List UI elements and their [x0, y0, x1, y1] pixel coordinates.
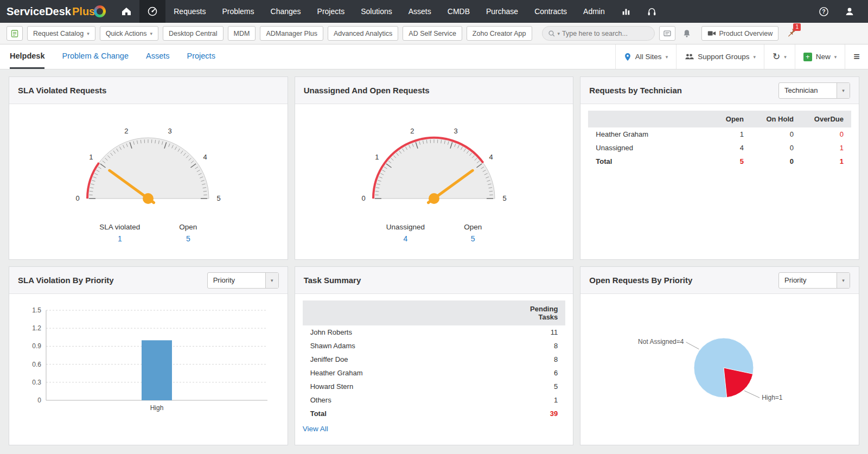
- global-search[interactable]: ▾: [542, 26, 655, 41]
- metric-value-link[interactable]: 1: [99, 234, 140, 243]
- new-button[interactable]: + New ▾: [795, 44, 845, 69]
- onhold-column-header: On Hold: [751, 111, 801, 127]
- pin-badge: 1: [793, 23, 801, 31]
- notifications-bell-icon[interactable]: [682, 29, 692, 39]
- pinned-announcements-icon[interactable]: 1: [786, 28, 796, 40]
- support-groups-dropdown[interactable]: Support Groups ▾: [676, 44, 764, 69]
- svg-text:High: High: [150, 404, 164, 412]
- recent-items-icon[interactable]: [659, 26, 675, 41]
- panel-unassigned-open-requests: Unassigned And Open Requests 012345 Unas…: [295, 76, 574, 260]
- svg-text:0: 0: [361, 194, 365, 202]
- all-sites-label: All Sites: [635, 53, 662, 61]
- open-requests-pie-chart: Not Assigned=4High=1: [587, 302, 853, 437]
- pending-count: 11: [506, 325, 565, 339]
- svg-text:Not Assigned=4: Not Assigned=4: [638, 338, 684, 346]
- unassigned-open-gauge-chart: 012345: [336, 112, 532, 212]
- priority-filter-select[interactable]: Priority ▾: [778, 272, 850, 289]
- metric-open: Open 5: [179, 223, 197, 243]
- dashboard-icon[interactable]: [139, 0, 165, 23]
- plus-icon: +: [803, 53, 812, 61]
- onhold-count: 0: [751, 141, 801, 155]
- zoho-creator-app-button[interactable]: Zoho Creator App: [467, 26, 532, 41]
- technician-name: Heather Graham: [588, 127, 701, 141]
- ad-self-service-button[interactable]: AD Self Service: [403, 26, 462, 41]
- nav-item-solutions[interactable]: Solutions: [353, 0, 400, 23]
- nav-item-admin[interactable]: Admin: [575, 0, 613, 23]
- table-row: Others 1: [303, 393, 566, 407]
- svg-text:0.6: 0.6: [33, 361, 42, 368]
- all-sites-dropdown[interactable]: All Sites ▾: [615, 44, 676, 69]
- location-pin-icon: [624, 53, 631, 61]
- tab-helpdesk[interactable]: Helpdesk: [10, 44, 44, 69]
- headset-icon[interactable]: [639, 0, 665, 23]
- tab-assets[interactable]: Assets: [146, 44, 170, 69]
- pending-count: 5: [506, 380, 565, 393]
- logo-swoosh-icon: [94, 5, 106, 17]
- user-account-icon[interactable]: [837, 0, 863, 23]
- support-groups-icon: [685, 53, 694, 61]
- desktop-central-button[interactable]: Desktop Central: [163, 26, 224, 41]
- secondary-toolbar: Request Catalog ▾ Quick Actions ▾ Deskto…: [0, 23, 868, 44]
- request-catalog-dropdown[interactable]: Request Catalog ▾: [27, 26, 95, 41]
- tab-projects[interactable]: Projects: [187, 44, 215, 69]
- technician-column-header: [588, 111, 701, 127]
- svg-text:?: ?: [822, 9, 825, 15]
- chevron-down-icon: ▾: [837, 83, 850, 98]
- table-header-row: Pending Tasks: [303, 300, 566, 325]
- product-overview-button[interactable]: Product Overview: [701, 26, 779, 41]
- nav-item-projects[interactable]: Projects: [309, 0, 353, 23]
- dashboard-menu-button[interactable]: ≡: [845, 44, 868, 69]
- search-input[interactable]: [562, 30, 638, 37]
- support-groups-label: Support Groups: [698, 53, 749, 61]
- view-all-link[interactable]: View All: [303, 425, 328, 433]
- technician-filter-select[interactable]: Technician ▾: [778, 82, 850, 99]
- refresh-dropdown[interactable]: ↻ ▾: [764, 44, 795, 69]
- quick-actions-dropdown[interactable]: Quick Actions ▾: [100, 26, 158, 41]
- search-icon: [548, 30, 556, 37]
- nav-item-purchase[interactable]: Purchase: [478, 0, 526, 23]
- home-icon[interactable]: [113, 0, 139, 23]
- table-total-row: Total 39: [303, 407, 566, 420]
- nav-item-changes[interactable]: Changes: [263, 0, 309, 23]
- overdue-column-header: OverDue: [801, 111, 851, 127]
- request-template-icon[interactable]: [7, 26, 23, 41]
- search-scope-caret-icon[interactable]: ▾: [558, 31, 560, 36]
- open-count: 4: [701, 141, 751, 155]
- owner-name: Jeniffer Doe: [303, 353, 506, 366]
- svg-text:4: 4: [489, 153, 493, 161]
- mdm-button[interactable]: MDM: [228, 26, 256, 41]
- priority-filter-select[interactable]: Priority ▾: [207, 272, 279, 289]
- pending-total: 39: [506, 407, 565, 420]
- table-row: John Roberts 11: [303, 325, 566, 339]
- filter-value: Priority: [779, 273, 837, 288]
- dashboard-tab-bar: Helpdesk Problem & Change Assets Project…: [0, 44, 868, 69]
- total-label: Total: [588, 155, 701, 168]
- svg-text:0.9: 0.9: [33, 342, 42, 350]
- metric-value-link[interactable]: 5: [179, 234, 197, 243]
- reports-chart-icon[interactable]: [613, 0, 639, 23]
- panel-title: SLA Violation By Priority: [18, 276, 114, 285]
- sla-violation-bar-chart: 00.30.60.91.21.5High: [18, 302, 278, 424]
- svg-text:0: 0: [76, 194, 80, 202]
- new-label: New: [816, 53, 831, 61]
- svg-text:3: 3: [168, 127, 172, 135]
- nav-item-problems[interactable]: Problems: [214, 0, 262, 23]
- requests-by-technician-table: Open On Hold OverDue Heather Graham 1 0 …: [588, 111, 851, 168]
- table-total-row: Total 5 0 1: [588, 155, 851, 168]
- nav-item-cmdb[interactable]: CMDB: [439, 0, 478, 23]
- app-logo: ServiceDesk Plus: [0, 0, 113, 23]
- panel-title: Open Requests By Priority: [589, 276, 692, 285]
- nav-item-requests[interactable]: Requests: [165, 0, 214, 23]
- metric-value-link[interactable]: 4: [386, 234, 425, 243]
- metric-value-link[interactable]: 5: [464, 234, 482, 243]
- chevron-down-icon: ▾: [753, 54, 756, 60]
- nav-item-contracts[interactable]: Contracts: [526, 0, 575, 23]
- logo-text-primary: ServiceDesk: [7, 5, 71, 18]
- advanced-analytics-button[interactable]: Advanced Analytics: [328, 26, 398, 41]
- nav-item-assets[interactable]: Assets: [400, 0, 439, 23]
- admanager-plus-button[interactable]: ADManager Plus: [260, 26, 323, 41]
- onhold-count: 0: [751, 127, 801, 141]
- help-icon[interactable]: ?: [810, 0, 837, 23]
- tab-problem-change[interactable]: Problem & Change: [62, 44, 129, 69]
- hamburger-menu-icon: ≡: [853, 50, 860, 63]
